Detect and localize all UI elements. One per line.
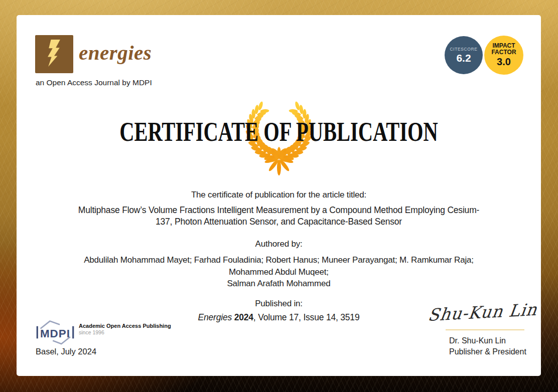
gold-texture-border: energies an Open Access Journal by MDPI … [0, 0, 558, 392]
citescore-label: CITESCORE [450, 47, 478, 52]
journal-tagline: an Open Access Journal by MDPI [36, 78, 152, 87]
signatory-block: Dr. Shu-Kun Lin Publisher & President [449, 335, 526, 357]
energies-logo-tile [35, 35, 73, 73]
author-list: Abdulilah Mohammad Mayet; Farhad Fouladi… [17, 254, 541, 290]
issue-location-date: Basel, July 2024 [36, 347, 96, 356]
journal-name: energies [79, 41, 152, 68]
article-title-line-2: 137, Photon Attenuation Sensor, and Capa… [17, 216, 541, 228]
publication-detail: , Volume 17, Issue 14, 3519 [253, 312, 360, 322]
impact-factor-label-2: FACTOR [491, 49, 516, 56]
journal-logo-block: energies [35, 35, 152, 73]
citescore-badge: CITESCORE 6.2 [445, 36, 483, 74]
signature-underline [446, 329, 524, 330]
lightning-bolt-icon [43, 39, 65, 69]
article-title: Multiphase Flow’s Volume Fractions Intel… [17, 205, 541, 228]
mdpi-logo-text: MDPI [40, 327, 70, 340]
signatory-name: Dr. Shu-Kun Lin [449, 335, 526, 346]
mdpi-since: since 1996 [79, 329, 171, 335]
author-line-2: Mohammed Abdul Muqeet; [17, 266, 541, 278]
signatory-title: Publisher & President [449, 346, 526, 357]
citescore-value: 6.2 [456, 52, 471, 64]
publication-year: 2024 [234, 312, 253, 322]
impact-factor-badge: IMPACT FACTOR 3.0 [484, 36, 523, 75]
publication-journal: Energies [198, 312, 232, 322]
article-title-line-1: Multiphase Flow’s Volume Fractions Intel… [17, 205, 541, 216]
mdpi-tagline: Academic Open Access Publishing [79, 323, 171, 329]
author-line-1: Abdulilah Mohammad Mayet; Farhad Fouladi… [17, 254, 541, 266]
certificate-card: energies an Open Access Journal by MDPI … [17, 15, 541, 376]
authored-by-label: Authored by: [17, 239, 541, 249]
certificate-heading: CERTIFICATE OF PUBLICATION [82, 116, 476, 147]
mdpi-hexagon-logo: MDPI [35, 319, 75, 346]
mdpi-tagline-block: Academic Open Access Publishing since 19… [79, 323, 171, 335]
intro-line: The certificate of publication for the a… [17, 190, 541, 200]
impact-factor-value: 3.0 [497, 56, 511, 68]
author-line-3: Salman Arafath Mohammed [17, 278, 541, 290]
